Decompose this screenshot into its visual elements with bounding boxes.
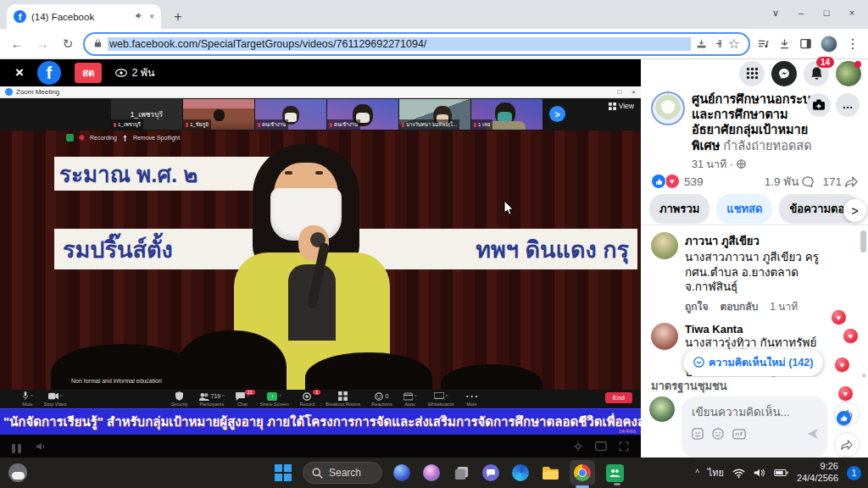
lock-icon[interactable] <box>93 36 103 52</box>
emoji-icon[interactable] <box>712 428 724 440</box>
community-standards-link[interactable]: มาตรฐานชุมชน <box>641 377 868 391</box>
url-text[interactable]: web.facebook.com/SpecialTargetGroups/vid… <box>108 37 691 51</box>
volume-icon[interactable] <box>36 441 47 452</box>
taskbar-app-edge[interactable] <box>510 463 531 483</box>
end-meeting-button[interactable]: End <box>605 392 632 403</box>
share-screen-button[interactable]: ↑^ Share Screen <box>260 391 289 407</box>
commenter-name[interactable]: Tiwa Kanta <box>685 323 829 336</box>
profile-avatar[interactable] <box>821 36 837 53</box>
messenger-button[interactable] <box>771 61 797 86</box>
whiteboards-button[interactable]: ^ Whiteboards <box>428 391 454 407</box>
commenter-name[interactable]: ภาวนา ภูสีเขียว <box>685 232 829 250</box>
view-button[interactable]: View <box>609 102 634 110</box>
notifications-button[interactable]: 14 <box>804 61 829 86</box>
reactions-button[interactable]: 0 Reactions <box>371 391 392 407</box>
comment-input[interactable]: เขียนความคิดเห็น... <box>682 396 827 458</box>
battery-icon[interactable] <box>774 469 788 477</box>
volume-icon[interactable] <box>754 468 765 478</box>
share-icon[interactable] <box>712 38 723 49</box>
taskbar-app-people[interactable] <box>604 463 625 483</box>
clock[interactable]: 9:26 24/4/2566 <box>797 461 838 485</box>
participant-tile[interactable]: 1_เพชรบุรี 1_เพชรบุรี <box>111 99 182 130</box>
support-button[interactable] <box>807 93 831 117</box>
tab-close-icon[interactable]: × <box>149 12 154 21</box>
new-comments-button[interactable]: ความคิดเห็นใหม่ (142) <box>683 349 823 376</box>
comment-count[interactable]: 1.9 พัน <box>765 172 815 191</box>
post-more-button[interactable]: … <box>836 93 860 117</box>
apps-button[interactable]: ^ Apps <box>403 391 417 407</box>
weather-widget-icon[interactable] <box>8 463 27 482</box>
task-view-button[interactable] <box>451 463 471 483</box>
comments-scrollbar[interactable]: ∨ <box>860 230 866 377</box>
scroll-down-icon[interactable]: ∨ <box>861 372 866 377</box>
comment-list[interactable]: ภาวนา ภูสีเขียว นางสาวภาวนา ภูสีเขียว คร… <box>641 225 868 377</box>
tab-live-chat[interactable]: แชทสด <box>716 194 772 224</box>
bookmark-star-icon[interactable]: ☆ <box>728 36 740 52</box>
account-avatar[interactable] <box>836 61 861 86</box>
filmstrip-next-icon[interactable]: > <box>549 106 565 122</box>
participant-tile[interactable]: คนเข้างาน <box>327 99 398 130</box>
stop-video-button[interactable]: ^ Stop Video <box>44 391 67 407</box>
reload-button[interactable]: ↻ <box>58 34 78 54</box>
taskbar-search[interactable]: Search <box>303 462 382 484</box>
comment-reply-button[interactable]: ตอบกลับ <box>720 298 758 314</box>
pause-icon[interactable] <box>12 441 24 457</box>
taskbar-app-explorer[interactable] <box>540 463 560 483</box>
window-maximize-button[interactable]: □ <box>814 8 839 18</box>
tab-search-icon[interactable]: ∨ <box>763 8 788 19</box>
side-panel-icon[interactable] <box>799 37 812 50</box>
quick-share-button[interactable] <box>834 432 860 458</box>
avatar-sticker-icon[interactable] <box>692 428 704 440</box>
zoom-maximize-icon[interactable]: □ <box>617 88 621 96</box>
security-button[interactable]: Security <box>171 391 188 407</box>
reaction-count[interactable]: 539 <box>684 175 704 188</box>
notification-center-badge[interactable]: 1 <box>847 466 861 480</box>
tab-audio-icon[interactable] <box>135 11 144 22</box>
taskbar-app-chat[interactable] <box>481 463 501 483</box>
downloads-icon[interactable] <box>778 37 791 50</box>
participant-tile[interactable]: 1 เลย <box>471 99 542 130</box>
window-close-button[interactable]: × <box>839 8 865 18</box>
participant-tile[interactable]: 1_ชัยภูมิ <box>183 99 254 130</box>
chat-button[interactable]: 21 ^ Chat <box>236 391 249 407</box>
tray-expand-icon[interactable]: ^ <box>695 469 699 478</box>
share-count[interactable]: 171 <box>822 175 858 188</box>
address-bar[interactable]: web.facebook.com/SpecialTargetGroups/vid… <box>83 32 750 56</box>
breakout-rooms-button[interactable]: Breakout Rooms <box>326 391 360 407</box>
browser-tab-facebook[interactable]: f (14) Facebook × <box>7 4 161 29</box>
back-button[interactable]: ← <box>7 34 27 54</box>
gif-icon[interactable] <box>732 429 746 440</box>
page-avatar[interactable] <box>651 92 685 125</box>
fullscreen-icon[interactable] <box>619 441 629 452</box>
participant-tile[interactable]: คนเข้างาน <box>255 99 326 130</box>
language-indicator[interactable]: ไทย <box>708 465 724 480</box>
participant-tile[interactable]: นางวันทนา มอทิพย์(โ... <box>399 99 470 130</box>
commenter-avatar[interactable] <box>651 232 678 259</box>
love-reaction-icon[interactable]: ♥ <box>665 174 680 189</box>
wifi-icon[interactable] <box>732 469 745 478</box>
taskbar-app-chrome[interactable] <box>570 460 595 485</box>
close-video-icon[interactable]: × <box>15 64 24 81</box>
facebook-logo[interactable]: f <box>37 61 61 85</box>
install-icon[interactable] <box>696 38 707 49</box>
tab-overview[interactable]: ภาพรวม <box>649 194 709 224</box>
record-button[interactable]: 1 Record <box>300 391 315 407</box>
taskbar-app-custom[interactable] <box>421 463 442 483</box>
window-minimize-button[interactable]: – <box>788 8 814 18</box>
more-button[interactable]: ⋯ More <box>465 391 478 407</box>
commenter-avatar[interactable] <box>651 323 678 350</box>
mute-button[interactable]: ^ Mute <box>22 391 33 407</box>
tabs-next-icon[interactable]: > <box>843 199 866 222</box>
settings-gear-icon[interactable] <box>573 441 583 452</box>
apps-menu-button[interactable] <box>739 61 765 86</box>
taskbar-app-copilot[interactable] <box>392 463 412 483</box>
zoom-close-icon[interactable]: × <box>632 88 636 96</box>
browser-menu-icon[interactable]: ⋮ <box>846 36 860 52</box>
new-tab-button[interactable]: + <box>168 7 188 27</box>
start-button[interactable] <box>273 463 293 483</box>
send-icon[interactable] <box>807 428 819 440</box>
forward-button[interactable]: → <box>32 34 53 54</box>
participants-button[interactable]: 719^ Participants <box>199 391 225 407</box>
main-video[interactable]: Recording Remove Spotlight ระมาณ พ.ศ. ๒ … <box>0 130 641 390</box>
like-reaction-icon[interactable] <box>651 174 666 189</box>
